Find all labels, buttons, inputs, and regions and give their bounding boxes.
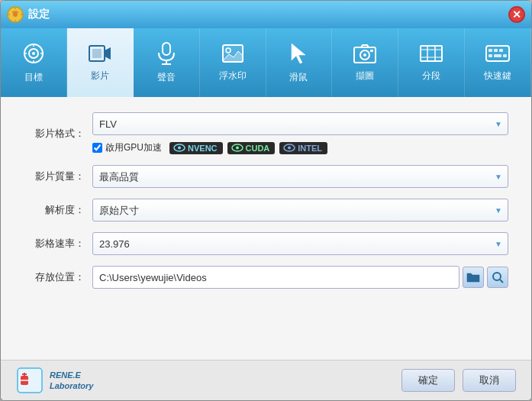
navbar: 目標 影片 聲音 xyxy=(1,28,531,97)
gpu-tag-intel[interactable]: INTEL xyxy=(279,142,327,154)
hotkey-icon xyxy=(485,44,510,66)
svg-rect-23 xyxy=(370,50,373,52)
gpu-icons-row: NVENC CUDA xyxy=(169,142,327,154)
brand-sub: Laboratory xyxy=(50,380,93,391)
quality-row: 影片質量： 最高品質 高品質 中等品質 低品質 xyxy=(24,165,508,188)
nav-label-video: 影片 xyxy=(91,70,109,82)
watermark-icon xyxy=(221,44,244,66)
svg-marker-10 xyxy=(105,47,111,60)
framerate-select[interactable]: 23.976 24 25 29.97 30 60 xyxy=(92,232,508,255)
confirm-button[interactable]: 確定 xyxy=(401,369,455,392)
framerate-select-wrapper: 23.976 24 25 29.97 30 60 xyxy=(92,232,508,255)
brand-name: RENE.E xyxy=(50,370,93,380)
settings-window: 設定 ✕ 目標 xyxy=(0,0,532,401)
nav-label-audio: 聲音 xyxy=(157,71,176,84)
video-icon xyxy=(89,44,111,66)
cancel-button[interactable]: 取消 xyxy=(463,369,516,392)
svg-rect-12 xyxy=(163,43,170,55)
audio-icon xyxy=(156,42,176,68)
svg-rect-31 xyxy=(494,49,498,52)
framerate-control-wrap: 23.976 24 25 29.97 30 60 xyxy=(92,232,508,255)
svg-rect-30 xyxy=(488,49,492,52)
nav-label-watermark: 浮水印 xyxy=(219,70,247,82)
quality-control-wrap: 最高品質 高品質 中等品質 低品質 xyxy=(92,165,508,188)
titlebar: 設定 ✕ xyxy=(1,1,531,28)
gpu-checkbox-label[interactable]: 啟用GPU加速 xyxy=(92,141,162,154)
svg-rect-29 xyxy=(486,46,509,61)
svg-point-39 xyxy=(236,147,239,150)
svg-point-4 xyxy=(32,52,35,55)
target-icon xyxy=(22,42,45,68)
nav-item-watermark[interactable]: 浮水印 xyxy=(200,28,266,97)
screenshot-icon xyxy=(353,44,376,66)
search-button[interactable] xyxy=(487,267,508,288)
quality-label: 影片質量： xyxy=(24,170,85,183)
svg-rect-24 xyxy=(421,46,442,61)
nav-item-hotkey[interactable]: 快速鍵 xyxy=(465,28,531,97)
save-row: 存放位置： xyxy=(24,266,508,289)
window-title: 設定 xyxy=(28,8,508,21)
nav-label-hotkey: 快速鍵 xyxy=(484,70,511,82)
nav-item-cursor[interactable]: 滑鼠 xyxy=(266,28,333,97)
nav-item-video[interactable]: 影片 xyxy=(67,28,134,97)
footer-buttons: 確定 取消 xyxy=(401,369,516,392)
brand: RENE.E Laboratory xyxy=(16,367,93,394)
format-control-wrap: FLV MP4 AVI MKV MOV WMV 啟用GPU加速 xyxy=(92,112,508,154)
format-row: 影片格式： FLV MP4 AVI MKV MOV WMV xyxy=(24,112,508,154)
path-input[interactable] xyxy=(92,266,459,289)
resolution-control-wrap: 原始尺寸 1920x1080 1280x720 854x480 xyxy=(92,199,508,222)
nav-label-segment: 分段 xyxy=(422,70,440,82)
resolution-label: 解析度： xyxy=(24,203,85,217)
svg-line-43 xyxy=(500,280,503,283)
brand-text: RENE.E Laboratory xyxy=(50,370,93,392)
close-button[interactable]: ✕ xyxy=(508,6,525,23)
cursor-icon xyxy=(289,42,308,68)
gpu-tag-cuda[interactable]: CUDA xyxy=(227,142,276,154)
quality-select-wrapper: 最高品質 高品質 中等品質 低品質 xyxy=(92,165,508,188)
nav-label-cursor: 滑鼠 xyxy=(289,71,308,84)
segment-icon xyxy=(420,44,443,66)
resolution-select-wrapper: 原始尺寸 1920x1080 1280x720 854x480 xyxy=(92,199,508,222)
framerate-row: 影格速率： 23.976 24 25 29.97 30 60 xyxy=(24,232,508,255)
svg-point-42 xyxy=(493,273,501,280)
save-label: 存放位置： xyxy=(24,270,85,284)
format-select[interactable]: FLV MP4 AVI MKV MOV WMV xyxy=(92,112,508,135)
nav-item-audio[interactable]: 聲音 xyxy=(134,28,200,97)
svg-rect-11 xyxy=(92,49,102,58)
framerate-label: 影格速率： xyxy=(24,237,85,251)
settings-content: 影片格式： FLV MP4 AVI MKV MOV WMV xyxy=(1,97,531,360)
brand-icon xyxy=(16,367,44,394)
resolution-row: 解析度： 原始尺寸 1920x1080 1280x720 854x480 xyxy=(24,199,508,222)
gpu-checkbox[interactable] xyxy=(92,143,102,153)
gpu-row: 啟用GPU加速 NVENC xyxy=(92,141,508,154)
format-select-wrapper: FLV MP4 AVI MKV MOV WMV xyxy=(92,112,508,135)
svg-point-37 xyxy=(178,147,181,150)
svg-marker-19 xyxy=(292,44,305,63)
format-label: 影片格式： xyxy=(24,127,85,141)
nav-label-target: 目標 xyxy=(24,71,43,84)
svg-rect-32 xyxy=(499,49,503,52)
nav-label-screenshot: 擷圖 xyxy=(356,70,374,82)
save-control-wrap xyxy=(92,266,508,289)
gpu-tag-nvenc[interactable]: NVENC xyxy=(169,142,223,154)
svg-rect-33 xyxy=(488,54,492,57)
nav-item-segment[interactable]: 分段 xyxy=(398,28,465,97)
svg-point-22 xyxy=(363,53,366,57)
titlebar-icon xyxy=(7,6,24,23)
svg-point-1 xyxy=(13,12,18,17)
footer: RENE.E Laboratory 確定 取消 xyxy=(1,360,531,400)
svg-rect-34 xyxy=(494,54,501,57)
nav-item-target[interactable]: 目標 xyxy=(1,28,67,97)
nav-item-screenshot[interactable]: 擷圖 xyxy=(332,28,398,97)
svg-rect-35 xyxy=(503,54,507,57)
path-row xyxy=(92,266,508,289)
svg-point-41 xyxy=(288,147,291,150)
folder-button[interactable] xyxy=(463,267,484,288)
resolution-select[interactable]: 原始尺寸 1920x1080 1280x720 854x480 xyxy=(92,199,508,222)
quality-select[interactable]: 最高品質 高品質 中等品質 低品質 xyxy=(92,165,508,188)
